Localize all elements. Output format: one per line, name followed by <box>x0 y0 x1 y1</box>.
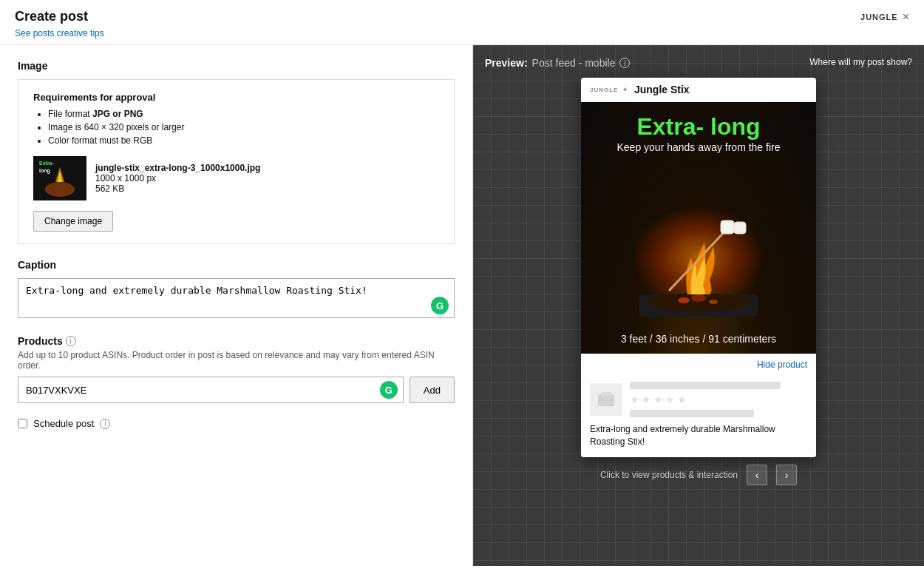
product-card-top: ★ ★ ★ ★ ★ <box>590 382 807 417</box>
hide-product-row: Hide product <box>581 354 816 374</box>
product-caption: Extra-long and extremely durable Marshma… <box>590 423 807 448</box>
svg-text:long: long <box>39 168 50 174</box>
asin-grammarly-icon[interactable]: G <box>380 381 398 399</box>
grammarly-icon[interactable]: G <box>431 297 449 314</box>
next-arrow-button[interactable]: › <box>776 465 797 485</box>
image-file-row: Extra- long jungle-stix_extra-long-3_100… <box>33 156 439 200</box>
products-info-icon[interactable]: i <box>66 336 76 346</box>
schedule-section: Schedule post i <box>18 418 455 429</box>
prev-arrow-button[interactable]: ‹ <box>747 465 767 485</box>
svg-point-1 <box>45 182 75 197</box>
star-1: ★ <box>630 394 639 405</box>
brand-logo-area: JUNGLE × <box>860 10 909 24</box>
image-file-info: jungle-stix_extra-long-3_1000x1000.jpg 1… <box>95 163 260 194</box>
requirements-title: Requirements for approval <box>33 92 439 103</box>
page-header: Create post See posts creative tips JUNG… <box>0 0 924 45</box>
svg-rect-12 <box>721 220 734 234</box>
brand-name: JUNGLE <box>860 13 898 21</box>
product-icon-box <box>590 383 622 416</box>
svg-point-9 <box>709 300 718 304</box>
product-card: ★ ★ ★ ★ ★ Extra-long and extremely durab… <box>581 374 816 457</box>
star-5: ★ <box>677 394 687 405</box>
requirement-item-3: Color format must be RGB <box>48 135 439 146</box>
image-thumbnail: Extra- long <box>33 156 86 200</box>
products-section: Products i Add up to 10 product ASINs. P… <box>18 335 455 403</box>
hero-subtitle: Keep your hands away from the fire <box>616 141 780 153</box>
svg-point-8 <box>678 297 690 303</box>
preview-bottom: Click to view products & interaction ‹ › <box>485 465 912 485</box>
schedule-info-icon[interactable]: i <box>100 419 110 429</box>
stars-row: ★ ★ ★ ★ ★ <box>630 394 807 405</box>
hero-dimensions: 3 feet / 36 inches / 91 centimeters <box>581 333 816 345</box>
caption-label: Caption <box>18 259 455 271</box>
click-to-view-text: Click to view products & interaction <box>600 470 738 480</box>
image-dimensions: 1000 x 1000 px <box>95 173 260 183</box>
schedule-checkbox[interactable] <box>18 419 27 428</box>
star-4: ★ <box>665 394 675 405</box>
svg-text:Extra-: Extra- <box>39 161 55 166</box>
page-title: Create post <box>15 9 909 24</box>
thumb-inner: Extra- long <box>33 156 86 200</box>
star-2: ★ <box>642 394 651 405</box>
products-hint: Add up to 10 product ASINs. Product orde… <box>18 350 455 371</box>
hero-text-block: Extra- long Keep your hands away from th… <box>608 102 789 153</box>
caption-textarea-wrap: G <box>18 278 455 320</box>
svg-point-10 <box>691 294 706 302</box>
caption-section: Caption G <box>18 259 455 320</box>
asin-input[interactable] <box>18 377 404 403</box>
hero-scene-svg <box>625 206 772 324</box>
phone-brand-logo: JUNGLE ✦ <box>590 86 628 93</box>
hero-image-area: Extra- long Keep your hands away from th… <box>581 102 816 354</box>
requirement-item-1: File format JPG or PNG <box>48 109 439 119</box>
products-header: Products i <box>18 335 455 347</box>
asin-input-wrap: G <box>18 377 404 403</box>
change-image-button[interactable]: Change image <box>33 211 113 232</box>
phone-brand-row: JUNGLE ✦ Jungle Stix <box>581 78 816 102</box>
placeholder-line-2 <box>630 410 754 417</box>
image-section-label: Image <box>18 60 455 72</box>
product-card-lines: ★ ★ ★ ★ ★ <box>630 382 807 417</box>
phone-mockup: JUNGLE ✦ Jungle Stix Extra- long Keep yo… <box>581 78 816 457</box>
main-layout: Image Requirements for approval File for… <box>0 45 924 566</box>
requirement-item-2: Image is 640 × 320 pixels or larger <box>48 122 439 132</box>
svg-rect-15 <box>601 392 611 396</box>
placeholder-line-1 <box>630 382 781 389</box>
product-icon-svg <box>595 388 617 411</box>
thumb-svg: Extra- long <box>33 156 86 200</box>
preview-info-icon[interactable]: i <box>619 58 630 68</box>
asin-input-row: G Add <box>18 377 455 403</box>
where-post-show-link[interactable]: Where will my post show? <box>809 57 912 67</box>
preview-label: Preview: <box>485 57 528 69</box>
schedule-label: Schedule post <box>33 418 94 429</box>
preview-sub: Post feed - mobile <box>532 57 616 69</box>
hero-title: Extra- long <box>616 114 780 140</box>
right-panel: Preview: Post feed - mobile i Where will… <box>473 45 924 566</box>
svg-rect-13 <box>734 222 746 234</box>
requirements-box: Requirements for approval File format JP… <box>18 79 455 244</box>
close-icon[interactable]: × <box>903 10 909 24</box>
requirements-list: File format JPG or PNG Image is 640 × 32… <box>33 109 439 146</box>
caption-input[interactable] <box>18 278 455 318</box>
left-panel: Image Requirements for approval File for… <box>0 45 473 566</box>
products-label: Products <box>18 335 63 347</box>
hero-bottom-text: 3 feet / 36 inches / 91 centimeters <box>581 333 816 345</box>
phone-brand-name: Jungle Stix <box>634 84 690 95</box>
image-size: 562 KB <box>95 183 260 194</box>
add-button[interactable]: Add <box>410 377 455 403</box>
star-3: ★ <box>653 394 663 405</box>
image-filename: jungle-stix_extra-long-3_1000x1000.jpg <box>95 163 260 173</box>
hide-product-link[interactable]: Hide product <box>757 360 807 370</box>
creative-tips-link[interactable]: See posts creative tips <box>15 28 104 38</box>
